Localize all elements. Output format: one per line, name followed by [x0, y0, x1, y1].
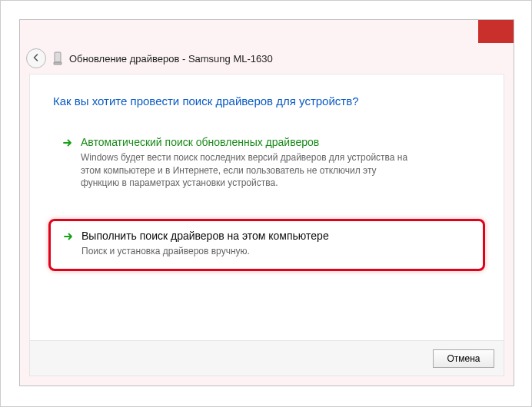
- svg-rect-0: [55, 52, 61, 62]
- button-label: Отмена: [447, 353, 480, 364]
- option-texts: Выполнить поиск драйверов на этом компью…: [81, 229, 470, 258]
- close-button[interactable]: [478, 20, 514, 43]
- option-title: Автоматический поиск обновленных драйвер…: [81, 135, 471, 150]
- header-row: Обновление драйверов - Samsung ML-1630: [20, 43, 514, 74]
- option-description: Поиск и установка драйверов вручную.: [81, 245, 412, 258]
- option-auto-search[interactable]: Автоматический поиск обновленных драйвер…: [53, 127, 480, 199]
- window-title: Обновление драйверов - Samsung ML-1630: [69, 53, 273, 65]
- option-texts: Автоматический поиск обновленных драйвер…: [81, 135, 471, 190]
- arrow-right-icon: [62, 137, 73, 151]
- option-browse-computer[interactable]: Выполнить поиск драйверов на этом компью…: [48, 219, 485, 271]
- dialog-window: Обновление драйверов - Samsung ML-1630 К…: [19, 19, 514, 386]
- titlebar: [20, 20, 514, 43]
- option-description: Windows будет вести поиск последних верс…: [81, 151, 411, 190]
- content-pane: Как вы хотите провести поиск драйверов д…: [29, 74, 504, 376]
- back-button[interactable]: [26, 48, 46, 68]
- page-heading: Как вы хотите провести поиск драйверов д…: [53, 94, 480, 108]
- option-title: Выполнить поиск драйверов на этом компью…: [81, 229, 470, 243]
- svg-rect-1: [54, 62, 62, 65]
- device-icon: [52, 51, 63, 65]
- cancel-button[interactable]: Отмена: [433, 349, 494, 368]
- screenshot-frame: Обновление драйверов - Samsung ML-1630 К…: [0, 0, 532, 407]
- dialog-footer: Отмена: [30, 340, 504, 376]
- arrow-left-icon: [32, 51, 41, 65]
- arrow-right-icon: [63, 231, 74, 245]
